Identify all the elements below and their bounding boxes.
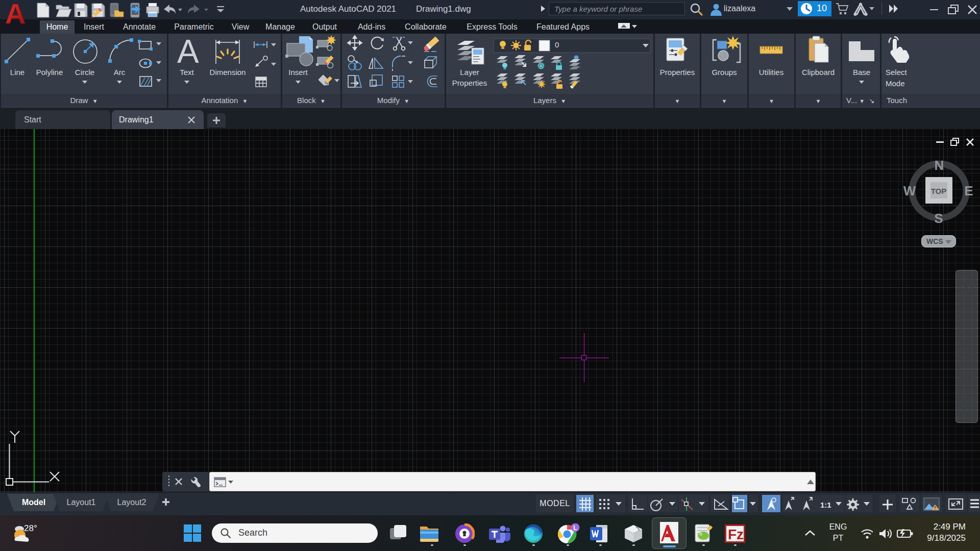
svg-text:A: A [5,2,26,24]
svg-text:1:1: 1:1 [820,500,831,509]
svg-text:L: L [573,524,577,532]
svg-text:W: W [903,183,916,198]
svg-text:N: N [935,158,944,173]
svg-text:TOP: TOP [931,187,947,195]
svg-text:Fz: Fz [728,527,744,542]
svg-text:S: S [934,211,943,226]
svg-text:E: E [964,183,973,198]
svg-text:A: A [177,34,199,70]
